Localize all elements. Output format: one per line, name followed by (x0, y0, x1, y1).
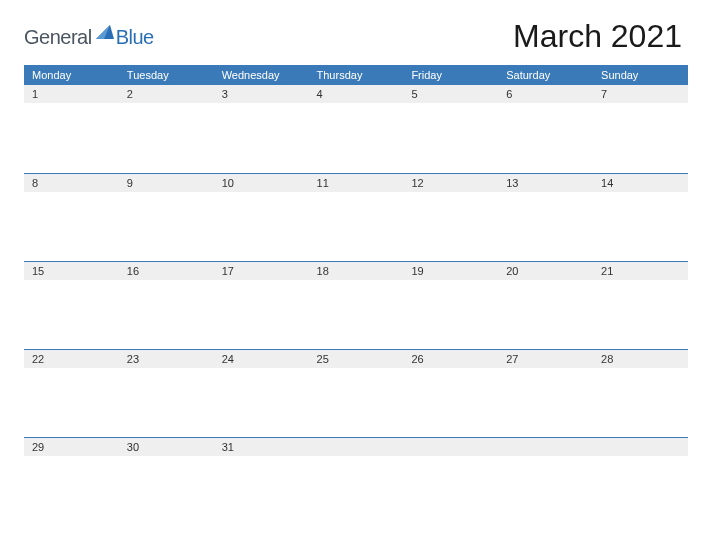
day-cell: 1 (24, 85, 119, 173)
day-number: 9 (119, 173, 214, 192)
day-cell: 16 (119, 261, 214, 349)
day-number: 12 (403, 173, 498, 192)
day-cell: 21 (593, 261, 688, 349)
day-cell: 25 (309, 349, 404, 437)
day-cell: 29 (24, 437, 119, 525)
logo-text-general: General (24, 26, 92, 49)
day-cell: 26 (403, 349, 498, 437)
week-row: 15161718192021 (24, 261, 688, 349)
day-number: 30 (119, 437, 214, 456)
day-cell: 15 (24, 261, 119, 349)
day-cell: 2 (119, 85, 214, 173)
day-number: 28 (593, 349, 688, 368)
logo: General Blue (24, 25, 154, 55)
day-number: 26 (403, 349, 498, 368)
day-number: 20 (498, 261, 593, 280)
day-number (593, 437, 688, 456)
day-number: 18 (309, 261, 404, 280)
day-cell: 10 (214, 173, 309, 261)
day-cell: 30 (119, 437, 214, 525)
day-number: 15 (24, 261, 119, 280)
day-number: 3 (214, 85, 309, 103)
day-cell (309, 437, 404, 525)
day-cell: 22 (24, 349, 119, 437)
day-number: 22 (24, 349, 119, 368)
day-cell: 18 (309, 261, 404, 349)
day-header: Tuesday (119, 65, 214, 85)
day-header-row: Monday Tuesday Wednesday Thursday Friday… (24, 65, 688, 85)
day-number: 17 (214, 261, 309, 280)
day-cell: 11 (309, 173, 404, 261)
day-number (309, 437, 404, 456)
day-cell (403, 437, 498, 525)
day-number (403, 437, 498, 456)
day-cell: 3 (214, 85, 309, 173)
day-cell: 5 (403, 85, 498, 173)
day-cell: 27 (498, 349, 593, 437)
day-cell: 13 (498, 173, 593, 261)
day-cell: 31 (214, 437, 309, 525)
day-number: 21 (593, 261, 688, 280)
header: General Blue March 2021 (24, 18, 688, 55)
logo-text-blue: Blue (116, 26, 154, 49)
day-number: 11 (309, 173, 404, 192)
day-number: 2 (119, 85, 214, 103)
day-number: 13 (498, 173, 593, 192)
day-number: 31 (214, 437, 309, 456)
day-cell: 7 (593, 85, 688, 173)
day-number: 8 (24, 173, 119, 192)
day-header: Saturday (498, 65, 593, 85)
day-cell: 4 (309, 85, 404, 173)
day-number: 5 (403, 85, 498, 103)
week-row: 1234567 (24, 85, 688, 173)
week-row: 293031 (24, 437, 688, 525)
day-number: 19 (403, 261, 498, 280)
day-number: 24 (214, 349, 309, 368)
day-cell: 17 (214, 261, 309, 349)
day-cell: 9 (119, 173, 214, 261)
day-cell: 28 (593, 349, 688, 437)
day-number: 1 (24, 85, 119, 103)
day-number: 4 (309, 85, 404, 103)
day-cell: 14 (593, 173, 688, 261)
day-cell (498, 437, 593, 525)
day-number: 25 (309, 349, 404, 368)
day-header: Monday (24, 65, 119, 85)
week-row: 891011121314 (24, 173, 688, 261)
day-cell (593, 437, 688, 525)
day-number (498, 437, 593, 456)
day-cell: 8 (24, 173, 119, 261)
day-header: Friday (403, 65, 498, 85)
day-cell: 6 (498, 85, 593, 173)
day-number: 29 (24, 437, 119, 456)
day-number: 7 (593, 85, 688, 103)
week-row: 22232425262728 (24, 349, 688, 437)
day-header: Sunday (593, 65, 688, 85)
day-number: 27 (498, 349, 593, 368)
day-number: 16 (119, 261, 214, 280)
day-header: Wednesday (214, 65, 309, 85)
calendar-grid: Monday Tuesday Wednesday Thursday Friday… (24, 65, 688, 525)
day-header: Thursday (309, 65, 404, 85)
day-cell: 12 (403, 173, 498, 261)
logo-triangle-icon (96, 25, 114, 41)
day-cell: 23 (119, 349, 214, 437)
day-cell: 24 (214, 349, 309, 437)
calendar-title: March 2021 (513, 18, 688, 55)
day-number: 14 (593, 173, 688, 192)
day-number: 6 (498, 85, 593, 103)
day-number: 23 (119, 349, 214, 368)
day-cell: 20 (498, 261, 593, 349)
day-number: 10 (214, 173, 309, 192)
day-cell: 19 (403, 261, 498, 349)
